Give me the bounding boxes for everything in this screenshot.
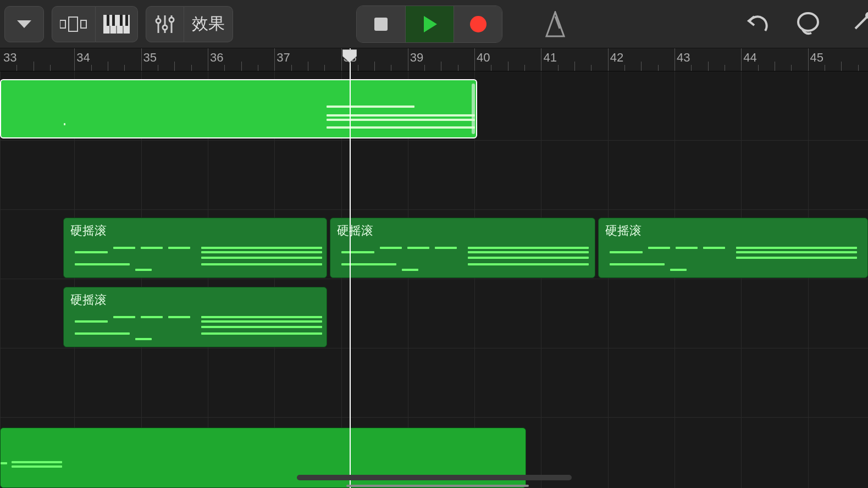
play-button[interactable] (405, 6, 454, 42)
svg-rect-6 (112, 15, 115, 26)
ruler-bar-label: 43 (677, 51, 690, 65)
svg-point-20 (470, 16, 486, 32)
ruler-bar-label: 34 (76, 51, 90, 65)
svg-point-17 (169, 18, 174, 22)
svg-marker-19 (424, 16, 437, 32)
loop-button[interactable] (793, 9, 823, 39)
track-row[interactable] (0, 348, 868, 418)
svg-point-13 (156, 19, 161, 23)
ruler-bar-label: 37 (277, 51, 290, 65)
toolbar: 效果 (0, 0, 868, 48)
ruler-bar-label: 42 (610, 51, 623, 65)
midi-region[interactable]: 硬摇滚 (63, 218, 327, 278)
svg-point-23 (798, 13, 818, 31)
ruler-bar-label: 40 (477, 51, 490, 65)
ruler-bar-label: 45 (810, 51, 823, 65)
svg-rect-18 (374, 18, 388, 31)
fx-button[interactable]: 效果 (184, 6, 233, 42)
svg-rect-3 (81, 20, 86, 28)
midi-region[interactable] (0, 79, 477, 138)
record-button[interactable] (454, 6, 502, 42)
view-regions-button[interactable] (52, 6, 96, 42)
transport-controls (356, 5, 502, 43)
midi-region[interactable]: 硬摇滚 (598, 218, 868, 278)
svg-rect-2 (69, 17, 78, 31)
svg-point-15 (163, 25, 167, 30)
ruler-bar-label: 36 (210, 51, 223, 65)
svg-marker-0 (17, 20, 31, 28)
ruler-bar-label: 35 (143, 51, 157, 65)
h-scrollbar-thumb[interactable] (346, 485, 529, 487)
dropdown-button[interactable] (4, 6, 44, 42)
svg-marker-21 (546, 12, 564, 36)
ruler-bar-label: 39 (410, 51, 423, 65)
midi-region[interactable]: 硬摇滚 (330, 218, 595, 278)
svg-rect-8 (125, 15, 128, 26)
stop-button[interactable] (357, 6, 405, 42)
ruler-bar-label: 44 (743, 51, 756, 65)
metronome-button[interactable] (535, 6, 575, 42)
tracks-area[interactable]: 硬摇滚硬摇滚硬摇滚硬摇滚 (0, 71, 868, 488)
view-piano-button[interactable] (96, 6, 138, 42)
edit-tool-icon[interactable] (845, 9, 868, 39)
svg-marker-26 (342, 49, 357, 63)
h-scrollbar-track[interactable] (297, 475, 572, 480)
ruler-bar-label: 33 (3, 51, 16, 65)
fx-label: 效果 (192, 13, 225, 35)
svg-rect-5 (107, 15, 109, 26)
mixer-button[interactable] (146, 6, 184, 42)
midi-region[interactable]: 硬摇滚 (63, 287, 327, 347)
undo-button[interactable] (742, 9, 771, 39)
track-row[interactable] (0, 141, 868, 210)
ruler-bar-label: 41 (543, 51, 556, 65)
svg-rect-7 (120, 15, 123, 26)
svg-rect-1 (60, 20, 65, 28)
playhead-marker[interactable] (342, 49, 357, 64)
timeline-ruler[interactable]: 33343536373839404142434445 (0, 48, 868, 71)
